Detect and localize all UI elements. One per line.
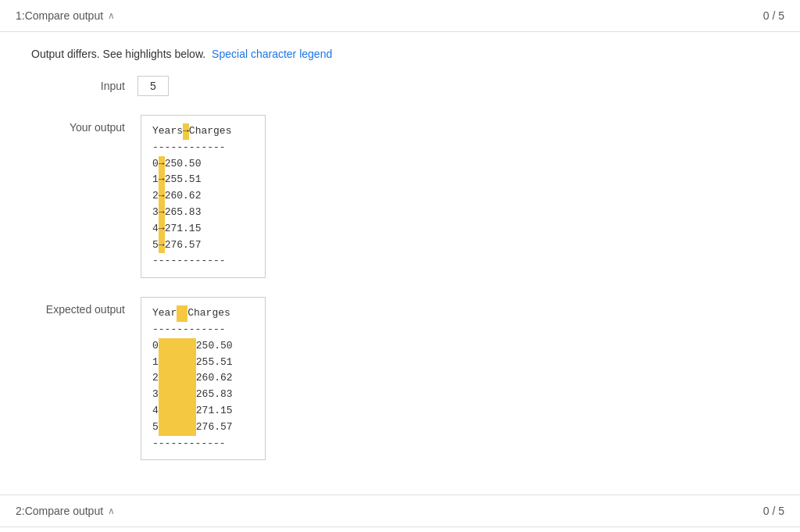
expected-output-row-3: 3 265.83: [152, 387, 254, 403]
input-label: Input: [31, 80, 125, 92]
your-output-row-2: 2→260.62: [152, 188, 254, 205]
your-output-row-0: 0→250.50: [152, 156, 254, 173]
input-value: 5: [138, 76, 169, 96]
your-output-block: Years→Charges ------------ 0→250.50 1→25…: [141, 115, 266, 278]
section1-title-text: 1:Compare output: [16, 9, 103, 22]
expected-output-label: Expected output: [31, 297, 125, 316]
expected-output-row-1: 1 255.51: [152, 355, 254, 371]
differs-text: Output differs. See highlights below.: [31, 48, 205, 60]
your-output-row: Your output Years→Charges ------------ 0…: [31, 115, 769, 278]
your-output-row-4: 4→271.15: [152, 221, 254, 237]
expected-output-block: Year Charges ------------ 0 250.50 1 255…: [141, 297, 266, 460]
output-differs-row: Output differs. See highlights below. Sp…: [31, 48, 769, 60]
section2-score: 0 / 5: [763, 505, 784, 517]
your-output-header: Years→Charges: [152, 123, 254, 140]
expected-header-tab-highlight: [177, 305, 188, 322]
your-output-label: Your output: [31, 115, 125, 134]
section1-header: 1:Compare output ∧ 0 / 5: [0, 0, 800, 32]
section2-title-text: 2:Compare output: [16, 505, 103, 517]
section1-chevron: ∧: [108, 10, 115, 21]
special-char-legend-link[interactable]: Special character legend: [212, 48, 332, 60]
your-output-row-3: 3→265.83: [152, 205, 254, 221]
section2-header: 2:Compare output ∧ 0 / 5: [0, 495, 800, 527]
content-area: Output differs. See highlights below. Sp…: [0, 32, 800, 495]
your-output-row-5: 5→276.57: [152, 237, 254, 254]
section1-title[interactable]: 1:Compare output ∧: [16, 9, 115, 22]
your-output-tab-highlight: →: [183, 123, 189, 140]
input-row: Input 5: [31, 76, 769, 96]
expected-output-row-0: 0 250.50: [152, 338, 254, 355]
your-output-sep1: ------------: [152, 140, 254, 156]
section2-chevron: ∧: [108, 505, 115, 516]
section1-score: 0 / 5: [763, 9, 784, 22]
expected-output-sep1: ------------: [152, 322, 254, 338]
expected-output-row-5: 5 276.57: [152, 420, 254, 436]
expected-output-sep2: ------------: [152, 436, 254, 452]
your-output-sep2: ------------: [152, 253, 254, 270]
section2-title[interactable]: 2:Compare output ∧: [16, 505, 115, 517]
your-output-row-1: 1→255.51: [152, 172, 254, 188]
expected-output-row-2: 2 260.62: [152, 370, 254, 387]
expected-output-header: Year Charges: [152, 305, 254, 322]
expected-output-row-4: 4 271.15: [152, 403, 254, 420]
expected-output-row: Expected output Year Charges -----------…: [31, 297, 769, 460]
